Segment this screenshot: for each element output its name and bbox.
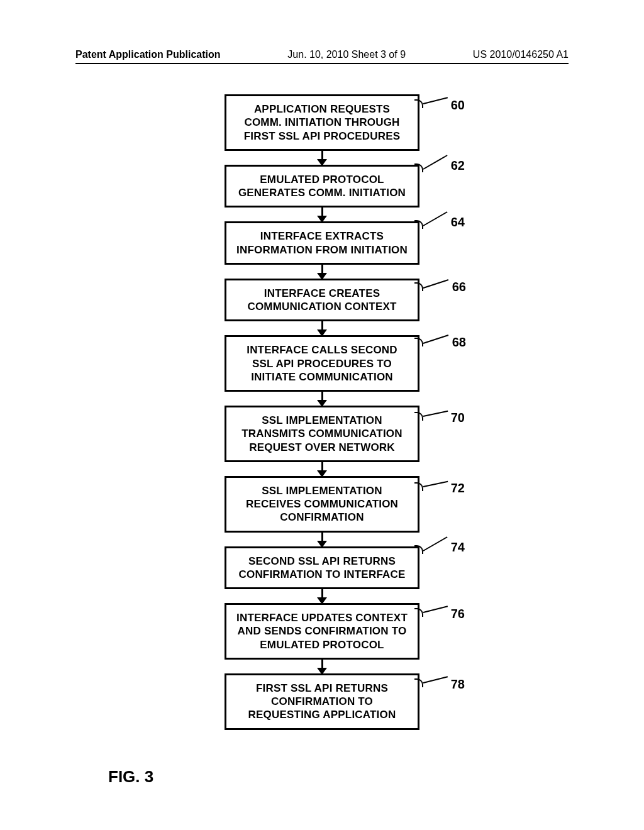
flow-box: INTERFACE UPDATES CONTEXT AND SENDS CONF… (225, 603, 419, 660)
ref-number: 74 (451, 540, 465, 555)
ref-leader-line (423, 335, 449, 344)
ref-leader-line (423, 480, 448, 487)
ref-hook (414, 482, 423, 491)
ref-leader-line (423, 279, 449, 289)
flow-arrow (321, 265, 323, 279)
flow-step-78: FIRST SSL API RETURNS CONFIRMATION TO RE… (225, 673, 419, 730)
ref-number: 78 (451, 677, 465, 692)
flow-step-66: INTERFACE CREATES COMMUNICATION CONTEXT … (225, 279, 419, 322)
ref-hook (414, 99, 423, 108)
ref-number: 62 (451, 158, 465, 173)
flow-box: INTERFACE CALLS SECOND SSL API PROCEDURE… (225, 335, 419, 392)
flow-arrow (321, 321, 323, 335)
flow-box: SSL IMPLEMENTATION RECEIVES COMMUNICATIO… (225, 476, 419, 533)
flow-step-74: SECOND SSL API RETURNS CONFIRMATION TO I… (225, 546, 419, 590)
flow-arrow (321, 151, 323, 165)
flowchart: APPLICATION REQUESTS COMM. INITIATION TH… (0, 94, 644, 730)
ref-hook (414, 678, 423, 687)
ref-hook (414, 545, 423, 554)
patent-page: Patent Application Publication Jun. 10, … (0, 0, 644, 830)
flow-step-60: APPLICATION REQUESTS COMM. INITIATION TH… (225, 94, 419, 151)
ref-leader-line (423, 606, 448, 613)
flow-box: INTERFACE CREATES COMMUNICATION CONTEXT (225, 279, 419, 322)
flow-step-76: INTERFACE UPDATES CONTEXT AND SENDS CONF… (225, 603, 419, 660)
flow-box: INTERFACE EXTRACTS INFORMATION FROM INIT… (225, 221, 419, 265)
flow-box: FIRST SSL API RETURNS CONFIRMATION TO RE… (225, 673, 419, 730)
page-header: Patent Application Publication Jun. 10, … (0, 49, 644, 60)
ref-hook (414, 338, 423, 346)
ref-hook (414, 608, 423, 617)
flow-arrow (321, 462, 323, 476)
flow-box: EMULATED PROTOCOL GENERATES COMM. INITIA… (225, 165, 419, 208)
ref-hook (414, 412, 423, 421)
ref-leader-line (423, 97, 448, 104)
header-center: Jun. 10, 2010 Sheet 3 of 9 (287, 49, 406, 60)
flow-arrow (321, 533, 323, 546)
flow-arrow (321, 660, 323, 673)
ref-leader-line (423, 155, 448, 170)
ref-hook (414, 282, 423, 291)
flow-box: SECOND SSL API RETURNS CONFIRMATION TO I… (225, 546, 419, 590)
ref-number: 64 (451, 215, 465, 230)
ref-leader-line (423, 676, 448, 683)
flow-step-64: INTERFACE EXTRACTS INFORMATION FROM INIT… (225, 221, 419, 265)
ref-hook (414, 220, 423, 229)
flow-box: SSL IMPLEMENTATION TRANSMITS COMMUNICATI… (225, 406, 419, 462)
flow-box: APPLICATION REQUESTS COMM. INITIATION TH… (225, 94, 419, 151)
ref-leader-line (423, 211, 448, 226)
ref-leader-line (423, 411, 448, 417)
flow-arrow (321, 208, 323, 221)
ref-hook (414, 163, 423, 172)
ref-number: 66 (452, 280, 466, 294)
header-rule (75, 63, 569, 64)
ref-number: 60 (451, 98, 465, 113)
flow-arrow (321, 392, 323, 406)
figure-caption: FIG. 3 (108, 767, 153, 787)
ref-number: 70 (451, 411, 465, 425)
flow-step-70: SSL IMPLEMENTATION TRANSMITS COMMUNICATI… (225, 406, 419, 462)
flow-step-72: SSL IMPLEMENTATION RECEIVES COMMUNICATIO… (225, 476, 419, 533)
flow-step-68: INTERFACE CALLS SECOND SSL API PROCEDURE… (225, 335, 419, 392)
header-left: Patent Application Publication (75, 49, 221, 60)
flow-step-62: EMULATED PROTOCOL GENERATES COMM. INITIA… (225, 165, 419, 208)
ref-number: 68 (452, 335, 466, 350)
flow-arrow (321, 589, 323, 603)
header-right: US 2010/0146250 A1 (473, 49, 569, 60)
ref-number: 76 (451, 607, 465, 621)
ref-leader-line (423, 536, 448, 551)
ref-number: 72 (451, 481, 465, 495)
